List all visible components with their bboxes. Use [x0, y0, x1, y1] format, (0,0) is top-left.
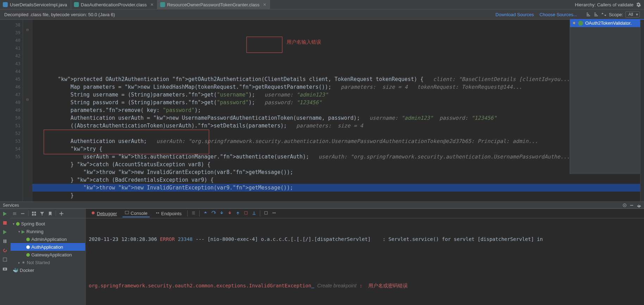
tab-label: ResourceOwnerPasswordTokenGranter.class	[167, 2, 260, 7]
fold-gutter: ⊟⊟	[23, 20, 32, 201]
tree-down-icon[interactable]	[593, 12, 599, 17]
svg-rect-10	[34, 211, 36, 213]
svg-point-13	[92, 211, 94, 214]
services-toolbar	[10, 209, 86, 218]
svg-point-8	[4, 268, 6, 270]
class-file-icon	[160, 2, 165, 7]
tree-app-admin[interactable]: ⬢AdminApplication	[11, 235, 85, 243]
tree-spring-boot[interactable]: ▾⬢ Spring Boot	[11, 220, 85, 228]
evaluate-icon[interactable]	[264, 211, 268, 216]
sort-icon[interactable]	[601, 12, 607, 17]
tree-up-icon[interactable]	[586, 12, 591, 17]
step-over-icon[interactable]	[211, 211, 216, 216]
add-icon[interactable]	[59, 211, 64, 216]
tree-app-gateway[interactable]: ⬢GatewayApplication	[11, 251, 85, 259]
tree-app-auth[interactable]: ⬢AuthApplication	[11, 243, 85, 251]
thread-dump-icon[interactable]	[2, 257, 8, 262]
svg-rect-14	[125, 211, 129, 214]
svg-rect-6	[3, 258, 7, 261]
drop-frame-icon[interactable]	[244, 211, 248, 216]
tab-debugger[interactable]: Debugger	[89, 210, 119, 217]
pause-icon[interactable]	[2, 238, 8, 244]
debug-icon[interactable]	[2, 229, 8, 235]
run-action-column	[0, 209, 10, 305]
svg-rect-3	[3, 221, 7, 225]
tab-resourceowner[interactable]: ResourceOwnerPasswordTokenGranter.class …	[157, 0, 270, 9]
svg-rect-5	[5, 239, 6, 243]
rerun-icon[interactable]	[2, 211, 8, 217]
grid-icon[interactable]	[31, 211, 37, 216]
tab-console[interactable]: Console	[123, 210, 150, 217]
banner-text: Decompiled .class file, bytecode version…	[4, 12, 115, 17]
annotation-box	[246, 37, 282, 53]
close-icon[interactable]: ✕	[263, 2, 266, 7]
console-tab-bar: Debugger Console Endpoints	[86, 209, 644, 218]
run-to-cursor-icon[interactable]	[252, 211, 256, 216]
decompiled-banner: Decompiled .class file, bytecode version…	[0, 10, 644, 20]
editor-tab-bar: UserDetailsServiceImpl.java DaoAuthentic…	[0, 0, 644, 10]
expand-all-icon[interactable]	[12, 211, 17, 216]
step-into-icon[interactable]	[219, 211, 224, 216]
svg-rect-12	[34, 214, 36, 216]
download-sources-link[interactable]: Download Sources	[495, 12, 534, 17]
tab-daoauthprovider[interactable]: DaoAuthenticationProvider.class ✕	[71, 0, 157, 9]
choose-sources-link[interactable]: Choose Sources...	[539, 12, 577, 17]
step-out-icon[interactable]	[236, 211, 240, 216]
more-icon[interactable]	[272, 211, 276, 216]
line-number-gutter: 383940414243444546474849505152535455	[0, 20, 23, 201]
svg-point-19	[274, 212, 274, 213]
svg-rect-17	[264, 211, 267, 214]
gear-icon[interactable]	[636, 2, 641, 7]
scope-bar: Scope: All	[583, 11, 640, 18]
tab-userdetails[interactable]: UserDetailsServiceImpl.java	[0, 0, 71, 9]
stop-icon[interactable]	[2, 220, 8, 226]
svg-rect-11	[32, 214, 34, 216]
indent-icon[interactable]	[191, 211, 196, 216]
services-tree: ▾⬢ Spring Boot ▾▶ Running ⬢AdminApplicat…	[10, 209, 86, 305]
up-icon[interactable]	[203, 211, 208, 216]
java-file-icon	[3, 2, 8, 7]
tab-label: UserDetailsServiceImpl.java	[10, 2, 67, 7]
annotation-text: 用户名输入错误	[287, 38, 321, 46]
tab-label: DaoAuthenticationProvider.class	[81, 2, 147, 7]
code-editor[interactable]: 用户名输入错误 "kw">protected OAuth2Authenticat…	[32, 20, 640, 201]
bookmark-icon[interactable]	[48, 211, 53, 216]
tree-docker[interactable]: 🐳 Docker	[11, 266, 85, 274]
class-file-icon	[74, 2, 79, 7]
hierarchy-title: Hierarchy: Callers of validate	[575, 0, 644, 9]
collapse-all-icon[interactable]	[20, 211, 25, 216]
svg-point-15	[156, 212, 157, 213]
tab-endpoints[interactable]: Endpoints	[153, 210, 184, 217]
svg-rect-9	[32, 211, 34, 213]
tree-not-started[interactable]: ▸✶ Not Started	[11, 259, 85, 266]
scope-label: Scope:	[609, 12, 623, 17]
tree: ▾⬢ Spring Boot ▾▶ Running ⬢AdminApplicat…	[10, 218, 86, 275]
error-stripe	[640, 20, 644, 201]
svg-point-20	[275, 212, 275, 213]
tree-running[interactable]: ▾▶ Running	[11, 228, 85, 235]
console-output[interactable]: 2020-11-23 12:08:28.306 ERROR 23348 --- …	[86, 218, 644, 305]
force-step-icon[interactable]	[227, 211, 232, 216]
svg-point-16	[158, 212, 159, 213]
filter-icon[interactable]	[39, 211, 45, 216]
camera-icon[interactable]	[2, 266, 8, 272]
scope-select[interactable]: All	[625, 11, 640, 18]
close-icon[interactable]: ✕	[150, 2, 154, 7]
svg-point-18	[273, 212, 273, 213]
svg-rect-4	[4, 239, 5, 243]
restart-icon[interactable]	[2, 248, 8, 253]
annotation-box-2	[44, 130, 209, 154]
